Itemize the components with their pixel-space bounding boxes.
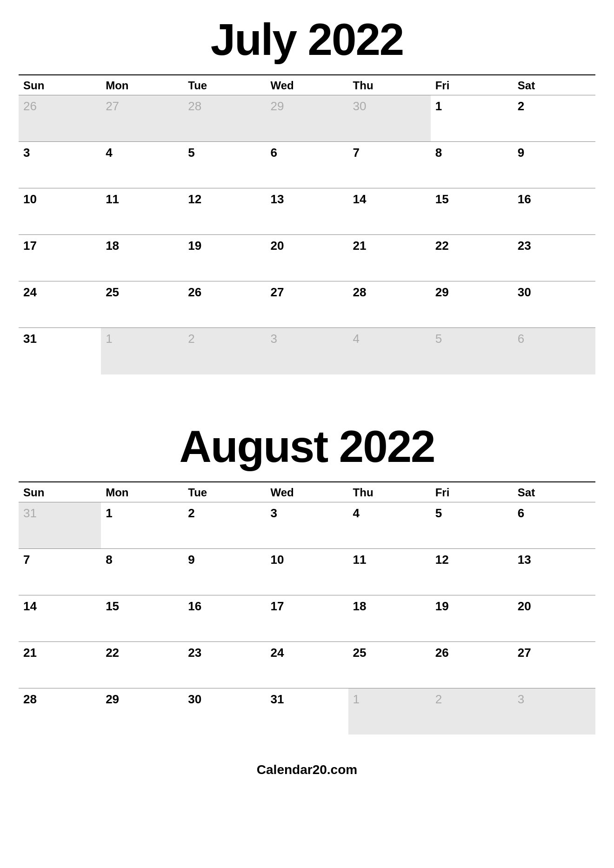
day-header-sun: Sun <box>19 75 101 95</box>
day-number: 18 <box>106 239 119 253</box>
day-number: 19 <box>188 239 201 253</box>
calendar-cell: 11 <box>348 548 431 595</box>
day-number: 15 <box>106 599 119 613</box>
day-number: 9 <box>518 146 524 160</box>
calendar-cell: 31 <box>266 688 348 734</box>
week-row: 3456789 <box>19 142 595 188</box>
calendar-cell: 1 <box>101 502 183 548</box>
day-number: 12 <box>188 192 201 206</box>
week-row: 14151617181920 <box>19 595 595 641</box>
july-body: 2627282930123456789101112131415161718192… <box>19 95 595 374</box>
calendar-cell: 26 <box>431 641 513 688</box>
day-number: 2 <box>435 692 442 706</box>
calendar-cell: 8 <box>101 548 183 595</box>
calendar-cell: 12 <box>183 188 266 235</box>
calendar-cell: 4 <box>348 328 431 374</box>
calendar-cell: 20 <box>513 595 595 641</box>
day-number: 2 <box>518 99 524 113</box>
calendar-cell: 6 <box>513 502 595 548</box>
calendar-cell: 10 <box>266 548 348 595</box>
day-number: 24 <box>270 646 284 660</box>
day-number: 19 <box>435 599 449 613</box>
calendar-cell: 1 <box>101 328 183 374</box>
day-number: 1 <box>106 332 112 346</box>
day-number: 10 <box>270 553 284 567</box>
day-header-thu: Thu <box>348 482 431 502</box>
day-number: 31 <box>270 692 284 706</box>
calendar-cell: 15 <box>431 188 513 235</box>
day-header-wed: Wed <box>266 75 348 95</box>
calendar-cell: 3 <box>266 328 348 374</box>
calendar-cell: 10 <box>19 188 101 235</box>
calendar-cell: 14 <box>348 188 431 235</box>
calendar-cell: 3 <box>513 688 595 734</box>
day-number: 27 <box>518 646 531 660</box>
day-number: 20 <box>518 599 531 613</box>
calendar-cell: 29 <box>101 688 183 734</box>
day-number: 4 <box>353 506 360 520</box>
day-number: 4 <box>106 146 112 160</box>
day-number: 21 <box>353 239 367 253</box>
day-number: 27 <box>106 99 119 113</box>
day-number: 14 <box>353 192 367 206</box>
day-header-wed: Wed <box>266 482 348 502</box>
calendar-cell: 5 <box>183 142 266 188</box>
calendar-cell: 3 <box>266 502 348 548</box>
day-number: 3 <box>518 692 524 706</box>
calendar-cell: 26 <box>19 95 101 142</box>
calendar-cell: 28 <box>348 281 431 328</box>
calendar-cell: 18 <box>101 235 183 281</box>
week-row: 17181920212223 <box>19 235 595 281</box>
calendar-cell: 3 <box>19 142 101 188</box>
july-title: July 2022 <box>19 14 595 65</box>
day-number: 16 <box>518 192 531 206</box>
calendar-cell: 11 <box>101 188 183 235</box>
calendar-cell: 27 <box>101 95 183 142</box>
day-number: 3 <box>270 506 277 520</box>
calendar-cell: 13 <box>266 188 348 235</box>
day-number: 20 <box>270 239 284 253</box>
calendar-cell: 30 <box>513 281 595 328</box>
calendar-cell: 29 <box>266 95 348 142</box>
day-header-mon: Mon <box>101 482 183 502</box>
calendar-cell: 23 <box>183 641 266 688</box>
day-number: 31 <box>23 506 37 520</box>
calendar-cell: 12 <box>431 548 513 595</box>
calendar-cell: 4 <box>101 142 183 188</box>
calendar-cell: 22 <box>431 235 513 281</box>
week-row: 10111213141516 <box>19 188 595 235</box>
day-number: 21 <box>23 646 37 660</box>
day-number: 2 <box>188 332 194 346</box>
day-number: 29 <box>270 99 284 113</box>
calendar-cell: 19 <box>431 595 513 641</box>
calendar-cell: 9 <box>183 548 266 595</box>
week-row: 28293031123 <box>19 688 595 734</box>
day-number: 3 <box>23 146 30 160</box>
calendar-cell: 15 <box>101 595 183 641</box>
day-number: 30 <box>188 692 201 706</box>
calendar-cell: 13 <box>513 548 595 595</box>
day-number: 27 <box>270 285 284 299</box>
footer: Calendar20.com <box>19 762 595 777</box>
calendar-cell: 31 <box>19 502 101 548</box>
day-number: 6 <box>270 146 277 160</box>
day-number: 5 <box>435 332 442 346</box>
calendar-cell: 2 <box>183 328 266 374</box>
calendar-cell: 17 <box>19 235 101 281</box>
day-number: 14 <box>23 599 37 613</box>
day-header-sat: Sat <box>513 75 595 95</box>
day-number: 17 <box>23 239 37 253</box>
calendar-cell: 19 <box>183 235 266 281</box>
day-number: 9 <box>188 553 194 567</box>
calendar-cell: 9 <box>513 142 595 188</box>
calendar-cell: 7 <box>19 548 101 595</box>
calendar-cell: 24 <box>19 281 101 328</box>
calendar-cell: 2 <box>513 95 595 142</box>
calendar-cell: 29 <box>431 281 513 328</box>
calendar-cell: 6 <box>266 142 348 188</box>
week-row: 21222324252627 <box>19 641 595 688</box>
week-row: 78910111213 <box>19 548 595 595</box>
calendar-cell: 6 <box>513 328 595 374</box>
day-number: 8 <box>435 146 442 160</box>
august-title: August 2022 <box>19 421 595 472</box>
